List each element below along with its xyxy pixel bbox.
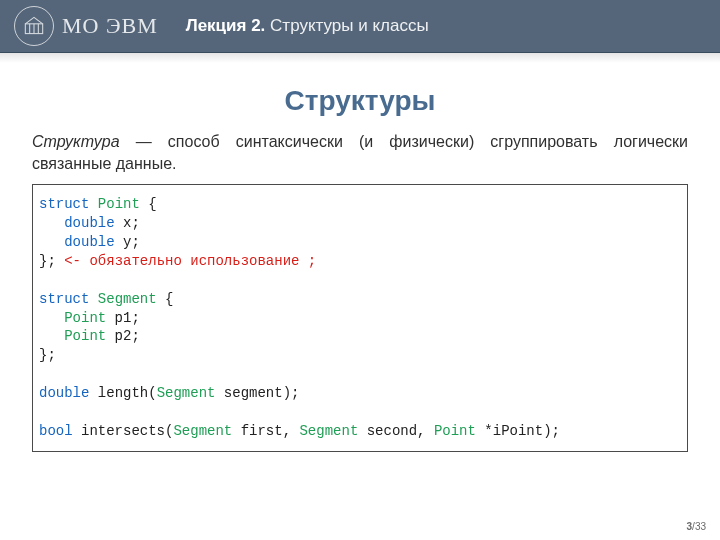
header-bar: МО ЭВМ Лекция 2. Структуры и классы xyxy=(0,0,720,52)
code-block: struct Point { double x; double y; }; <-… xyxy=(32,184,688,452)
slide-title: Структуры xyxy=(32,85,688,117)
definition-term: Структура xyxy=(32,133,120,150)
lecture-topic: Структуры и классы xyxy=(270,16,429,35)
org-emblem-icon xyxy=(14,6,54,46)
definition-rest: — способ синтаксически (и физически) сгр… xyxy=(32,133,688,172)
org-logo: МО ЭВМ xyxy=(14,6,158,46)
lecture-title: Лекция 2. Структуры и классы xyxy=(186,16,429,36)
page-number: 3/33 xyxy=(687,521,706,532)
header-shadow xyxy=(0,53,720,63)
slide-content: Структуры Структура — способ синтаксичес… xyxy=(0,63,720,452)
page-total: 33 xyxy=(695,521,706,532)
lecture-number: Лекция 2. xyxy=(186,16,266,35)
org-name: МО ЭВМ xyxy=(62,13,158,39)
definition-text: Структура — способ синтаксически (и физи… xyxy=(32,131,688,174)
